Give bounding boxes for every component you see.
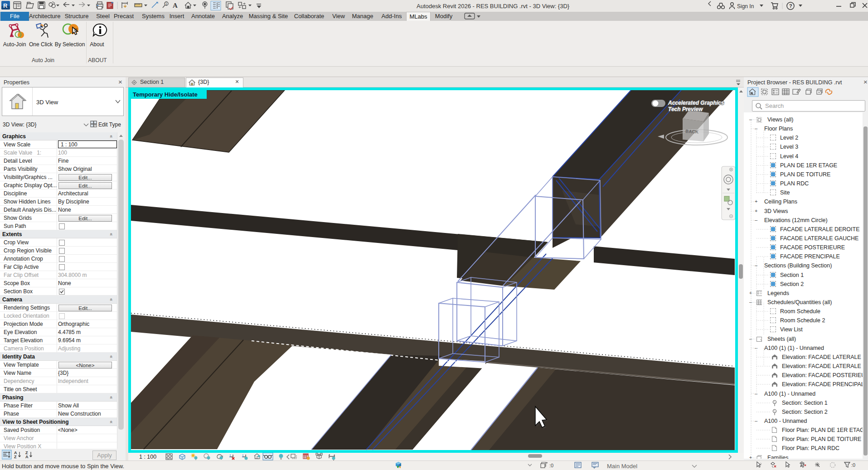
svg-text::0: :0 [851,462,855,468]
svg-text:Z: Z [14,455,17,459]
svg-text:?: ? [789,3,792,9]
svg-text:A: A [25,455,29,459]
svg-text:Tech Preview: Tech Preview [668,106,703,112]
svg-text:1: 1 [165,2,168,6]
svg-text:A: A [173,2,178,9]
svg-text::0: :0 [549,463,553,468]
svg-text:R: R [3,2,8,9]
svg-text:Accelerated Graphics: Accelerated Graphics [668,100,724,106]
svg-text:BACK: BACK [685,129,699,135]
svg-text:Temporary Hide/Isolate: Temporary Hide/Isolate [133,91,198,98]
